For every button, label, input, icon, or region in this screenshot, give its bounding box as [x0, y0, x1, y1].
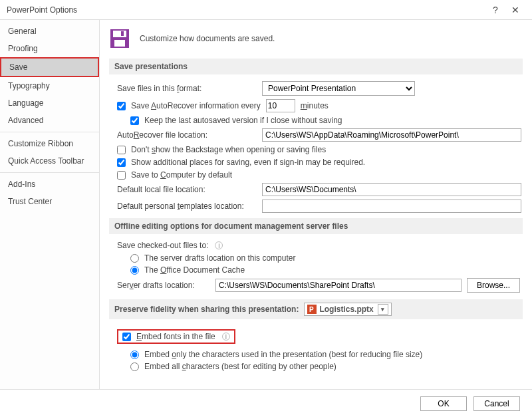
embed-fonts-checkbox[interactable] [122, 333, 131, 341]
sidebar: General Proofing Save Typography Languag… [0, 20, 100, 389]
autorecover-loc-input[interactable] [262, 128, 521, 142]
keep-last-label: Keep the last autosaved version if I clo… [144, 116, 342, 125]
divider [0, 172, 99, 173]
section-save-presentations: Save presentations [109, 59, 523, 74]
default-templates-label: Default personal templates location: [117, 202, 257, 211]
embed-all-label: Embed all characters (best for editing b… [144, 362, 336, 371]
preserve-file-select[interactable]: P Logistics.pptx ▾ [304, 303, 391, 316]
sidebar-item-typography[interactable]: Typography [0, 77, 99, 94]
sidebar-item-quick-access[interactable]: Quick Access Toolbar [0, 152, 99, 170]
preserve-file-name: Logistics.pptx [319, 305, 373, 314]
dont-show-backstage-label: Don't show the Backstage when opening or… [131, 145, 326, 154]
divider [0, 132, 99, 132]
show-additional-label: Show additional places for saving, even … [131, 158, 365, 167]
info-icon[interactable]: i [215, 241, 223, 249]
sidebar-item-customize-ribbon[interactable]: Customize Ribbon [0, 135, 99, 152]
save-computer-label: Save to Computer by default [131, 170, 232, 180]
sidebar-item-proofing[interactable]: Proofing [0, 40, 99, 57]
window-title: PowerPoint Options [7, 5, 485, 15]
radio-server-drafts[interactable] [130, 254, 139, 263]
default-templates-input[interactable] [262, 200, 521, 213]
autorecover-checkbox[interactable] [117, 102, 126, 110]
powerpoint-file-icon: P [307, 305, 317, 314]
show-additional-checkbox[interactable] [117, 158, 126, 167]
radio-server-label: The server drafts location on this compu… [144, 253, 295, 263]
dont-show-backstage-checkbox[interactable] [117, 146, 126, 154]
sidebar-item-trust-center[interactable]: Trust Center [0, 193, 99, 210]
autorecover-loc-label: AutoRecover file location: [117, 130, 257, 140]
svg-rect-2 [114, 40, 125, 47]
sidebar-item-language[interactable]: Language [0, 94, 99, 112]
drafts-label: Server drafts location: [117, 281, 210, 290]
section-preserve: Preserve fidelity when sharing this pres… [109, 299, 523, 319]
embed-only-label: Embed only the characters used in the pr… [144, 350, 422, 359]
autorecover-label: Save AutoRecover information every [131, 101, 261, 110]
default-local-label: Default local file location: [117, 185, 257, 194]
content-panel: Customize how documents are saved. Save … [100, 20, 532, 389]
save-computer-checkbox[interactable] [117, 171, 126, 180]
titlebar: PowerPoint Options ? ✕ [0, 0, 532, 20]
svg-rect-3 [121, 31, 124, 36]
close-button[interactable]: ✕ [505, 5, 525, 15]
chevron-down-icon: ▾ [378, 304, 388, 315]
preserve-label: Preserve fidelity when sharing this pres… [114, 305, 299, 314]
autorecover-minutes-input[interactable] [266, 99, 295, 112]
embed-fonts-label: Embed fonts in the file [136, 332, 215, 341]
radio-office-cache[interactable] [130, 266, 139, 275]
info-icon[interactable]: i [222, 333, 230, 341]
sidebar-item-addins[interactable]: Add-Ins [0, 176, 99, 193]
main: General Proofing Save Typography Languag… [0, 20, 532, 389]
footer: OK Cancel [0, 389, 532, 417]
radio-embed-all[interactable] [130, 362, 139, 371]
ok-button[interactable]: OK [420, 396, 467, 411]
save-disk-icon [109, 28, 130, 49]
format-select[interactable]: PowerPoint Presentation [262, 81, 415, 96]
save-checked-out-label: Save checked-out files to: [117, 241, 208, 250]
keep-last-checkbox[interactable] [130, 116, 139, 125]
help-button[interactable]: ? [485, 5, 505, 15]
default-local-input[interactable] [262, 183, 521, 196]
radio-cache-label: The Office Document Cache [144, 265, 245, 275]
drafts-input[interactable] [215, 279, 462, 292]
svg-text:P: P [309, 306, 314, 313]
browse-button[interactable]: Browse... [467, 278, 520, 293]
radio-embed-only[interactable] [130, 350, 139, 359]
svg-rect-1 [113, 31, 126, 37]
section-offline: Offline editing options for document man… [109, 218, 523, 234]
format-label: Save files in this format: [117, 84, 257, 93]
sidebar-item-general[interactable]: General [0, 23, 99, 40]
cancel-button[interactable]: Cancel [473, 396, 520, 411]
sidebar-item-advanced[interactable]: Advanced [0, 112, 99, 129]
page-header: Customize how documents are saved. [109, 28, 523, 49]
sidebar-item-save[interactable]: Save [0, 57, 99, 77]
minutes-label: minutes [301, 101, 329, 110]
page-title: Customize how documents are saved. [140, 34, 275, 43]
